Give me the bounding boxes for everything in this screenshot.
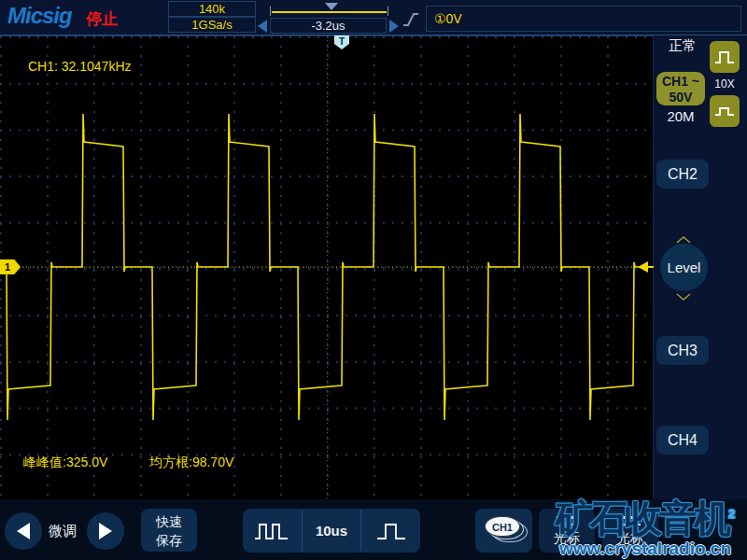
trigger-channel-badge: CH1	[485, 516, 520, 537]
two-lines-icon	[557, 516, 577, 525]
fine-tune-left-button[interactable]	[5, 512, 42, 550]
ch1-frequency-readout: CH1: 32.1047kHz	[28, 59, 132, 74]
probe-attenuation-label: 10X	[710, 77, 740, 91]
sample-rate-readout: 1GSa/s	[168, 17, 256, 33]
hpos-right-arrow-icon[interactable]	[389, 20, 399, 33]
ch1-badge-line1: CH1 ~	[656, 74, 705, 90]
ch1-waveform-trace	[0, 35, 654, 499]
multi-pulse-icon	[253, 520, 290, 542]
timebase-group: 10us	[243, 509, 420, 553]
horizontal-position-slider[interactable]	[270, 6, 388, 16]
two-lines-icon	[620, 516, 641, 525]
left-arrow-icon	[17, 523, 30, 539]
hpos-left-arrow-icon[interactable]	[258, 20, 267, 33]
micsig-logo: Micsig	[7, 3, 72, 29]
ch1-scale-badge[interactable]: CH1 ~ 50V	[656, 72, 705, 105]
slider-track	[272, 11, 387, 13]
horizontal-position-readout[interactable]: -3.2us	[270, 18, 387, 34]
single-pulse-icon	[374, 520, 408, 542]
level-button[interactable]: Level	[660, 244, 708, 291]
trigger-mode-label[interactable]: 正常	[669, 37, 697, 55]
cursor-label: 光标	[539, 530, 595, 547]
rms-measurement: 均方根:98.70V	[149, 455, 233, 471]
pulse-up-icon	[714, 49, 735, 64]
quick-save-line2: 保存	[141, 531, 197, 550]
menu2-button[interactable]: 光标	[602, 509, 658, 553]
probe-pulse-up-button[interactable]	[710, 41, 740, 73]
menu2-label: 光标	[602, 530, 658, 547]
ch3-button[interactable]: CH3	[656, 336, 709, 365]
peak-to-peak-measurement: 峰峰值:325.0V	[23, 455, 107, 471]
trigger-level-readout[interactable]: ①0V	[426, 6, 741, 32]
bandwidth-label: 20M	[656, 108, 705, 124]
fine-tune-label: 微调	[49, 523, 77, 540]
fine-tune-right-button[interactable]	[87, 512, 124, 550]
quick-save-line1: 快速	[141, 512, 197, 531]
ch4-button[interactable]: CH4	[656, 426, 709, 455]
pulse-down-icon	[714, 104, 735, 119]
cursor-menu-button[interactable]: 光标	[539, 509, 595, 553]
right-arrow-icon	[99, 523, 112, 539]
ch1-badge-line2: 50V	[656, 90, 705, 105]
run-state-label[interactable]: 停止	[86, 8, 118, 30]
ch2-button[interactable]: CH2	[656, 160, 709, 189]
probe-pulse-down-button[interactable]	[710, 95, 740, 127]
slider-thumb-icon[interactable]	[325, 3, 338, 10]
trigger-slope-rising-icon[interactable]	[402, 11, 420, 28]
timebase-zoom-in-button[interactable]	[361, 509, 420, 553]
trigger-level-arrow-icon[interactable]	[638, 261, 648, 273]
timebase-zoom-out-button[interactable]	[243, 509, 302, 553]
level-chevron-down-icon[interactable]	[676, 293, 691, 301]
timebase-readout[interactable]: 10us	[303, 509, 361, 553]
memory-depth-readout: 140k	[168, 1, 256, 17]
quick-save-button[interactable]: 快速 保存	[141, 509, 197, 552]
trigger-channel-button[interactable]: CH1	[475, 509, 532, 553]
top-bar: Micsig 停止 140k 1GSa/s -3.2us ①0V	[0, 0, 747, 35]
level-chevron-up-icon[interactable]	[676, 236, 691, 244]
